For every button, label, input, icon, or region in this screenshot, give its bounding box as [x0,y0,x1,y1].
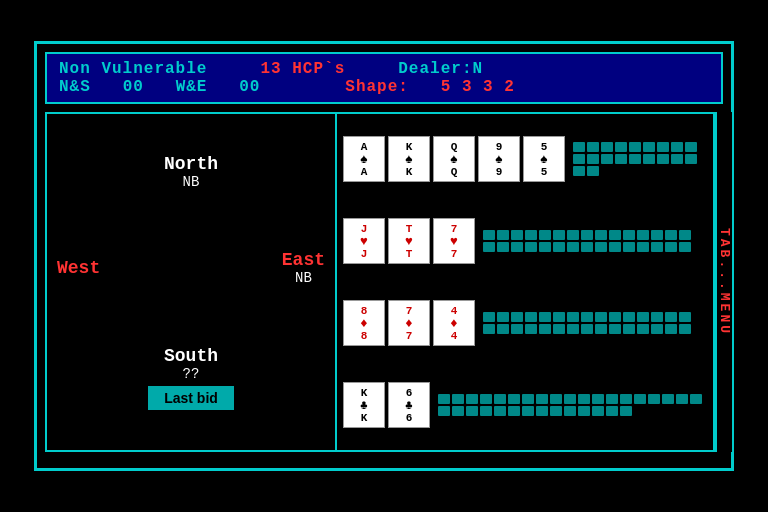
west-east-area: West East NB [57,250,325,286]
dealer-label: Dealer:N [398,60,483,78]
we-label: W&E [176,78,208,96]
hcp-label: 13 HCP`s [260,60,345,78]
right-sidebar[interactable]: TAB...MENU [715,112,732,452]
grid-area-3 [482,311,702,335]
card-K-club: K ♣ K [343,382,385,428]
info-line-2: N&S 00 W&E 00 Shape: 5 3 3 2 [59,78,709,96]
card-T-heart: T ♥ T [388,218,430,264]
heart-row: J ♥ J T ♥ T 7 ♥ 7 [343,215,707,267]
main-area: North NB West East NB South ?? [45,112,715,452]
shape-label: Shape: [345,78,409,96]
east-label: East [282,250,325,270]
south-area: South ?? Last bid [148,346,234,410]
left-panel: North NB West East NB South ?? [47,114,337,450]
ns-label: N&S [59,78,91,96]
vulnerability-label: Non Vulnerable [59,60,207,78]
card-J-heart: J ♥ J [343,218,385,264]
north-area: North NB [164,154,218,190]
grid-area-2 [482,229,702,253]
club-row: K ♣ K 6 ♣ 6 [343,379,707,431]
east-area: East NB [282,250,325,286]
card-5-spade: 5 ♠ 5 [523,136,565,182]
shape-val: 5 3 3 2 [441,78,515,96]
info-line-1: Non Vulnerable 13 HCP`s Dealer:N [59,60,709,78]
card-6-club: 6 ♣ 6 [388,382,430,428]
grid-area-4 [437,393,707,417]
card-K-spade: K ♠ K [388,136,430,182]
last-bid-button[interactable]: Last bid [148,386,234,410]
card-7-diamond: 7 ♦ 7 [388,300,430,346]
grid-area-1 [572,141,702,177]
card-9-spade: 9 ♠ 9 [478,136,520,182]
diamond-row: 8 ♦ 8 7 ♦ 7 4 ♦ 4 [343,297,707,349]
we-val: 00 [239,78,260,96]
card-Q-spade: Q ♠ Q [433,136,475,182]
tab-menu-label: TAB...MENU [717,228,732,336]
north-label: North [164,154,218,174]
ns-val: 00 [123,78,144,96]
north-bid: NB [164,174,218,190]
east-bid: NB [282,270,325,286]
west-area: West [57,258,100,278]
info-box: Non Vulnerable 13 HCP`s Dealer:N N&S 00 … [45,52,723,104]
cards-panel: A ♠ A K ♠ K Q ♠ Q 9 [337,114,713,450]
south-label: South [148,346,234,366]
card-7-heart: 7 ♥ 7 [433,218,475,264]
spade-row: A ♠ A K ♠ K Q ♠ Q 9 [343,133,707,185]
card-A-spade: A ♠ A [343,136,385,182]
card-8-diamond: 8 ♦ 8 [343,300,385,346]
south-bid: ?? [148,366,234,382]
screen: Non Vulnerable 13 HCP`s Dealer:N N&S 00 … [34,41,734,471]
west-label: West [57,258,100,278]
card-4-diamond: 4 ♦ 4 [433,300,475,346]
